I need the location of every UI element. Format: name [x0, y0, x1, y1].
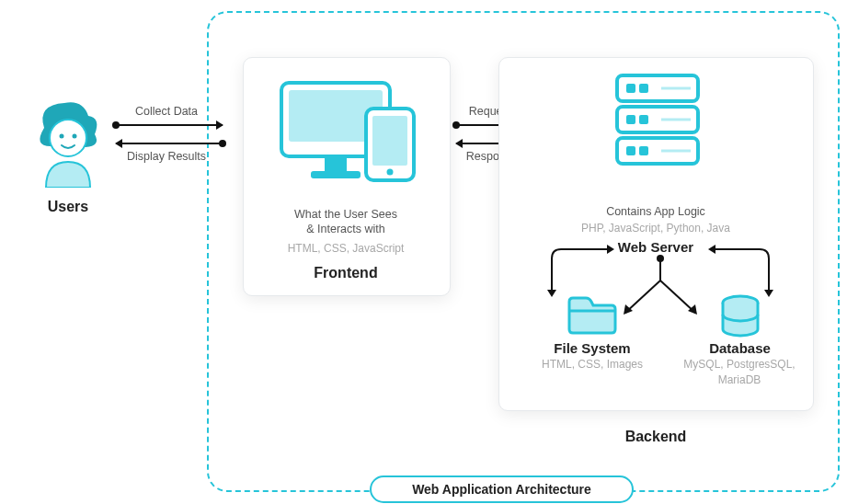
svg-marker-24 [764, 290, 773, 297]
frontend-tech: HTML, CSS, JavaScript [254, 241, 438, 257]
svg-rect-15 [626, 115, 635, 124]
svg-rect-6 [311, 171, 361, 178]
svg-point-9 [387, 169, 394, 176]
frontend-label: Frontend [254, 265, 438, 281]
devices-icon [274, 77, 419, 188]
database-tech: MySQL, PostgresSQL, MariaDB [670, 357, 809, 388]
svg-marker-25 [708, 245, 715, 254]
frontend-desc-2: & Interacts with [254, 222, 438, 238]
backend-desc: Contains App Logic [552, 204, 760, 221]
arrow-label-collect: Collect Data [121, 104, 212, 120]
server-icon [612, 70, 704, 171]
database-icon [717, 294, 763, 338]
svg-rect-17 [626, 146, 635, 155]
svg-rect-18 [639, 146, 648, 155]
user-avatar-icon [28, 96, 109, 188]
svg-rect-13 [626, 84, 635, 93]
svg-rect-5 [325, 158, 347, 171]
svg-marker-26 [624, 304, 633, 315]
svg-point-2 [73, 134, 77, 139]
svg-marker-27 [688, 304, 697, 315]
svg-point-28 [657, 255, 664, 262]
database-label: Database [673, 340, 807, 356]
folder-icon [566, 294, 619, 337]
architecture-title: Web Application Architecture [370, 475, 634, 503]
users-label: Users [28, 199, 109, 215]
arrow-users-to-frontend [116, 124, 223, 126]
backend-label: Backend [552, 429, 760, 445]
arrow-label-display: Display Results [116, 149, 217, 166]
backend-server-tech: PHP, JavaScript, Python, Java [552, 221, 760, 236]
svg-rect-8 [372, 116, 407, 166]
frontend-desc-1: What the User Sees [254, 207, 438, 223]
file-system-label: File System [523, 340, 661, 356]
svg-marker-22 [547, 290, 556, 297]
file-system-tech: HTML, CSS, Images [523, 357, 661, 372]
arrow-frontend-to-users [116, 143, 223, 144]
svg-rect-14 [639, 84, 648, 93]
svg-rect-16 [639, 115, 648, 124]
svg-point-0 [50, 120, 86, 156]
svg-marker-23 [607, 245, 614, 254]
svg-point-1 [60, 134, 64, 139]
